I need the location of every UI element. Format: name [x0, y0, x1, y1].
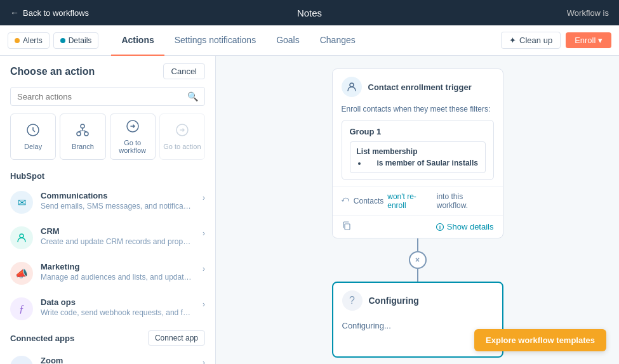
- choose-action-title: Choose an action: [10, 66, 95, 77]
- trigger-subtitle: Enroll contacts when they meet these fil…: [333, 105, 503, 120]
- communications-info: Communications Send emails, SMS messages…: [41, 191, 195, 211]
- sub-nav-right: ✦ Clean up Enroll ▾: [501, 32, 611, 49]
- zoom-chevron: ›: [203, 358, 205, 364]
- show-details-button[interactable]: Show details: [436, 222, 494, 231]
- back-arrow-icon: ←: [10, 8, 19, 18]
- quick-action-goto-workflow[interactable]: Go to workflow: [110, 114, 156, 160]
- enroll-button[interactable]: Enroll ▾: [566, 32, 611, 48]
- sub-nav-left: Alerts Details: [8, 32, 98, 49]
- list-item-dataops[interactable]: ƒ Data ops Write code, send webhook requ…: [0, 291, 215, 327]
- connected-apps-title: Connected apps: [10, 334, 74, 343]
- back-to-workflows[interactable]: ← Back to workflows: [10, 8, 89, 18]
- marketing-desc: Manage ad audiences and lists, and updat…: [41, 273, 193, 282]
- hubspot-section-header: HubSpot: [0, 167, 215, 185]
- canvas: Contact enrollment trigger Enroll contac…: [216, 56, 619, 364]
- connector-line-bottom: [417, 269, 418, 282]
- back-label: Back to workflows: [23, 8, 89, 18]
- group-box: Group 1 List membership is member of Sau…: [342, 120, 494, 180]
- goto-action-icon: [175, 123, 189, 140]
- connector-line-top: [417, 238, 418, 251]
- enroll-label: Enroll ▾: [575, 36, 602, 45]
- crm-info: CRM Create and update CRM records and pr…: [41, 226, 195, 246]
- tab-actions[interactable]: Actions: [111, 25, 164, 56]
- workflow-status: Workflow is: [567, 8, 609, 18]
- sparkle-icon: ✦: [509, 36, 516, 45]
- left-panel-header: Choose an action Cancel: [0, 56, 215, 84]
- tab-settings[interactable]: Settings notifications: [164, 25, 266, 56]
- trigger-card-footer: Show details: [333, 215, 503, 238]
- trigger-card-header: Contact enrollment trigger: [333, 69, 503, 105]
- list-item-crm[interactable]: CRM Create and update CRM records and pr…: [0, 220, 215, 256]
- dataops-title: Data ops: [41, 297, 195, 307]
- search-box[interactable]: 🔍: [10, 87, 205, 106]
- cancel-button[interactable]: Cancel: [163, 63, 205, 79]
- communications-icon: ✉: [10, 191, 33, 214]
- list-item-zoom[interactable]: Z Zoom Built by HubSpot ›: [0, 349, 215, 364]
- sub-nav: Alerts Details Actions Settings notifica…: [0, 25, 619, 56]
- tab-changes[interactable]: Changes: [310, 25, 366, 56]
- cleanup-button[interactable]: ✦ Clean up: [501, 32, 561, 49]
- details-button[interactable]: Details: [53, 32, 99, 49]
- cleanup-label: Clean up: [519, 36, 552, 45]
- dataops-chevron: ›: [203, 300, 205, 309]
- filter-box: List membership is member of Saular inst…: [350, 141, 486, 173]
- quick-action-delay[interactable]: Delay: [10, 114, 56, 160]
- svg-point-1: [81, 124, 84, 128]
- configuring-title: Configuring: [369, 296, 419, 306]
- trigger-title: Contact enrollment trigger: [368, 82, 472, 92]
- explore-templates-button[interactable]: Explore workflow templates: [474, 329, 606, 351]
- dataops-icon: ƒ: [10, 297, 33, 320]
- crm-icon: [10, 226, 33, 249]
- delay-label: Delay: [24, 143, 42, 150]
- svg-point-2: [77, 132, 81, 136]
- crm-chevron: ›: [203, 229, 205, 238]
- config-icon: ?: [342, 290, 363, 311]
- delay-icon: [26, 123, 40, 140]
- list-item-marketing[interactable]: 📣 Marketing Manage ad audiences and list…: [0, 256, 215, 291]
- alerts-label: Alerts: [23, 36, 43, 45]
- marketing-icon: 📣: [10, 262, 33, 285]
- details-label: Details: [69, 36, 92, 45]
- copy-icon[interactable]: [342, 221, 352, 233]
- list-item-communications[interactable]: ✉ Communications Send emails, SMS messag…: [0, 185, 215, 220]
- top-bar: ← Back to workflows Notes Workflow is: [0, 0, 619, 25]
- dataops-info: Data ops Write code, send webhook reques…: [41, 297, 195, 317]
- search-input[interactable]: [17, 92, 182, 101]
- connector: ×: [409, 238, 427, 282]
- goto-action-label: Go to action: [163, 143, 201, 150]
- goto-workflow-label: Go to workflow: [113, 139, 152, 154]
- quick-action-goto-action: Go to action: [159, 114, 205, 160]
- svg-rect-8: [345, 224, 350, 230]
- quick-action-branch[interactable]: Branch: [60, 114, 105, 160]
- configuring-header: ? Configuring: [333, 283, 502, 318]
- crm-title: CRM: [41, 226, 195, 236]
- marketing-info: Marketing Manage ad audiences and lists,…: [41, 262, 195, 282]
- quick-actions: Delay Branch Go to workflow Go to action: [0, 114, 215, 167]
- marketing-title: Marketing: [41, 262, 195, 271]
- re-enroll-note: Contacts won't re-enroll into this workf…: [333, 186, 503, 215]
- crm-desc: Create and update CRM records and proper…: [41, 237, 193, 246]
- filter-item: is member of Saular installs: [367, 159, 479, 167]
- nav-tabs: Actions Settings notifications Goals Cha…: [111, 25, 498, 56]
- explore-label: Explore workflow templates: [486, 335, 595, 345]
- connected-apps-section-header: Connected apps Connect app: [0, 327, 215, 349]
- communications-desc: Send emails, SMS messages, and notificat…: [41, 202, 193, 211]
- left-panel: Choose an action Cancel 🔍 Delay Branch: [0, 56, 216, 364]
- re-enroll-text: Contacts: [354, 197, 383, 205]
- dataops-desc: Write code, send webhook requests, and f…: [41, 308, 193, 317]
- zoom-info: Zoom Built by HubSpot: [41, 356, 195, 364]
- alerts-dot: [15, 38, 20, 43]
- communications-chevron: ›: [203, 193, 205, 202]
- tab-goals[interactable]: Goals: [266, 25, 310, 56]
- filter-title: List membership: [357, 147, 479, 156]
- zoom-icon: Z: [10, 356, 33, 364]
- marketing-chevron: ›: [203, 264, 205, 273]
- zoom-title: Zoom: [41, 356, 195, 364]
- branch-label: Branch: [72, 143, 94, 150]
- re-enroll-link[interactable]: won't re-enroll: [387, 192, 433, 210]
- alerts-button[interactable]: Alerts: [8, 32, 50, 49]
- connector-close-button[interactable]: ×: [409, 251, 427, 269]
- connect-app-button[interactable]: Connect app: [148, 330, 205, 346]
- goto-workflow-icon: [126, 119, 140, 136]
- show-details-label: Show details: [447, 222, 494, 231]
